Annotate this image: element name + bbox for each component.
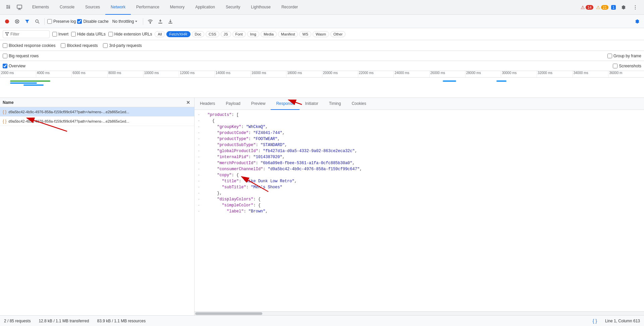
group-by-frame-input[interactable]	[607, 54, 612, 58]
response-tab-headers[interactable]: Headers	[195, 98, 220, 110]
timeline-content[interactable]	[0, 78, 644, 98]
filter-type-doc[interactable]: Doc	[192, 31, 205, 37]
line-gutter: -	[196, 155, 203, 159]
filter-input[interactable]	[10, 32, 44, 37]
tab-lighthouse[interactable]: Lighthouse	[246, 0, 276, 15]
overview-checkbox[interactable]: Overview	[3, 64, 25, 68]
export-har-btn[interactable]	[166, 17, 175, 26]
clear-btn[interactable]	[13, 17, 21, 26]
third-party-checkbox[interactable]: 3rd-party requests	[103, 43, 142, 48]
ruler-mark: 36000 m	[608, 71, 644, 77]
svg-rect-6	[18, 9, 21, 10]
json-line: - "groupKey": "WhCkmQ",	[195, 125, 644, 131]
request-row[interactable]: { } d9a5bc42-4b3c-4976-858a-f159cf99c647…	[0, 117, 194, 126]
svg-line-15	[38, 22, 40, 23]
tab-network[interactable]: Network	[105, 0, 131, 15]
more-icon[interactable]	[631, 3, 640, 12]
ruler-mark: 18000 ms	[286, 71, 322, 77]
blocked-cookies-input[interactable]	[3, 43, 7, 48]
screenshots-checkbox[interactable]: Screenshots	[613, 64, 641, 68]
tab-performance[interactable]: Performance	[131, 0, 165, 15]
network-settings-btn[interactable]	[633, 17, 641, 26]
filter-bar: Invert Hide data URLs Hide extension URL…	[0, 28, 644, 40]
filter-type-fetch-xhr[interactable]: Fetch/XHR	[166, 31, 191, 37]
filter-type-img[interactable]: Img	[247, 31, 259, 37]
dock-icon[interactable]	[4, 3, 13, 12]
line-gutter: -	[196, 149, 203, 153]
tab-sources[interactable]: Sources	[80, 0, 105, 15]
wifi-icon[interactable]	[146, 17, 155, 26]
timeline-bar-2	[10, 82, 37, 84]
hide-data-urls-input[interactable]	[71, 32, 76, 37]
inspect-icon[interactable]	[15, 3, 24, 12]
big-rows-input[interactable]	[3, 54, 7, 58]
blocked-requests-checkbox[interactable]: Blocked requests	[61, 43, 98, 48]
big-rows-checkbox[interactable]: Big request rows	[3, 54, 39, 58]
filter-type-css[interactable]: CSS	[206, 31, 219, 37]
import-har-btn[interactable]	[156, 17, 165, 26]
json-text: "globalProductId": "fb427d1a-d0a5-4332-9…	[203, 149, 357, 153]
invert-input[interactable]	[52, 32, 57, 37]
ruler-mark: 32000 ms	[537, 71, 573, 77]
svg-rect-1	[8, 5, 10, 6]
group-by-frame-checkbox[interactable]: Group by frame	[607, 54, 641, 58]
blocked-requests-input[interactable]	[61, 43, 65, 48]
json-text: },	[203, 191, 222, 196]
json-text: "title": "Nike Dunk Low Retro",	[203, 179, 297, 184]
tab-application[interactable]: Application	[190, 0, 220, 15]
hide-extension-urls-input[interactable]	[108, 32, 113, 37]
json-text: "simpleColor": {	[203, 203, 261, 208]
tab-memory[interactable]: Memory	[165, 0, 190, 15]
ruler-mark: 2000 ms	[0, 71, 36, 77]
response-content[interactable]: - "products": [ - { - "groupKey": "WhCkm…	[195, 110, 644, 311]
screenshots-input[interactable]	[613, 64, 618, 68]
request-list: Name ✕ { } d9a5bc42-4b9c-4976-858a-f159c…	[0, 98, 195, 315]
json-line: - "productCode": "FZ4041-744",	[195, 131, 644, 137]
response-tab-initiator[interactable]: Initiator	[300, 98, 323, 110]
tab-security[interactable]: Security	[220, 0, 246, 15]
filter-type-manifest[interactable]: Manifest	[278, 31, 298, 37]
settings-icon[interactable]	[619, 3, 628, 12]
response-tab-timing[interactable]: Timing	[324, 98, 346, 110]
filter-type-media[interactable]: Media	[261, 31, 277, 37]
tab-recorder[interactable]: Recorder	[276, 0, 303, 15]
close-pane-btn[interactable]: ✕	[185, 100, 192, 105]
hscroll-thumb	[195, 312, 262, 315]
line-gutter: -	[196, 137, 203, 141]
preserve-log-input[interactable]	[47, 19, 52, 24]
tab-elements[interactable]: Elements	[27, 0, 54, 15]
hscroll-bar[interactable]	[195, 311, 644, 315]
ruler-mark: 4000 ms	[36, 71, 72, 77]
response-tab-payload[interactable]: Payload	[220, 98, 246, 110]
search-btn[interactable]	[33, 17, 42, 26]
filter-type-js[interactable]: JS	[221, 31, 231, 37]
filter-type-all[interactable]: All	[155, 31, 165, 37]
request-row[interactable]: { } d9a5bc42-4b9c-4976-858a-f159cf99c647…	[0, 107, 194, 117]
third-party-input[interactable]	[103, 43, 108, 48]
blocked-cookies-checkbox[interactable]: Blocked response cookies	[3, 43, 55, 48]
svg-rect-5	[18, 8, 20, 9]
preserve-log-checkbox[interactable]: Preserve log	[47, 19, 76, 24]
filter-toggle-btn[interactable]	[23, 17, 32, 26]
overview-input[interactable]	[3, 64, 7, 68]
timeline-bar-5	[496, 80, 506, 82]
disable-cache-checkbox[interactable]: Disable cache	[77, 19, 108, 24]
hide-data-urls-checkbox[interactable]: Hide data URLs	[71, 32, 106, 37]
json-icon: { }	[593, 318, 597, 324]
invert-checkbox[interactable]: Invert	[52, 32, 68, 37]
throttle-select[interactable]: No throttling	[110, 18, 141, 25]
filter-type-wasm[interactable]: Wasm	[313, 31, 329, 37]
error-badge: ⚠ 14	[581, 5, 593, 10]
tab-console[interactable]: Console	[54, 0, 80, 15]
line-gutter: -	[196, 197, 203, 201]
record-stop-btn[interactable]	[3, 17, 11, 26]
filter-type-font[interactable]: Font	[232, 31, 246, 37]
response-tab-preview[interactable]: Preview	[246, 98, 271, 110]
filter-type-other[interactable]: Other	[330, 31, 346, 37]
disable-cache-input[interactable]	[77, 19, 82, 24]
response-tab-response[interactable]: Response	[271, 98, 300, 110]
response-tab-cookies[interactable]: Cookies	[346, 98, 371, 110]
devtools-icons-left	[1, 0, 27, 14]
filter-type-ws[interactable]: WS	[299, 31, 311, 37]
hide-extension-urls-checkbox[interactable]: Hide extension URLs	[108, 32, 152, 37]
